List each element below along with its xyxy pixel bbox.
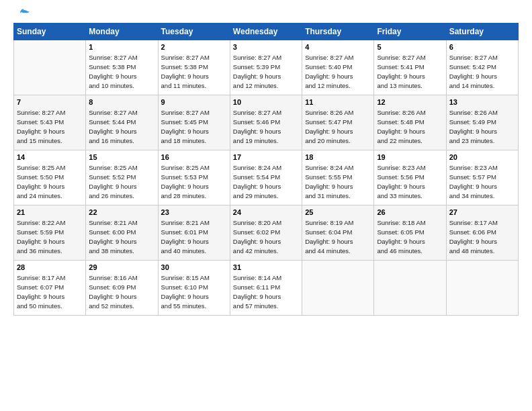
calendar-day-cell: 8Sunrise: 8:27 AMSunset: 5:44 PMDaylight… bbox=[86, 95, 158, 150]
calendar-day-cell bbox=[374, 261, 446, 316]
day-info: Sunrise: 8:27 AMSunset: 5:42 PMDaylight:… bbox=[449, 53, 515, 90]
day-number: 11 bbox=[305, 97, 371, 107]
day-number: 10 bbox=[233, 97, 299, 107]
calendar-day-cell bbox=[446, 261, 518, 316]
day-info: Sunrise: 8:27 AMSunset: 5:39 PMDaylight:… bbox=[233, 53, 299, 90]
calendar-week-row: 14Sunrise: 8:25 AMSunset: 5:50 PMDayligh… bbox=[14, 150, 519, 205]
day-info: Sunrise: 8:25 AMSunset: 5:53 PMDaylight:… bbox=[161, 163, 227, 200]
calendar-day-cell: 2Sunrise: 8:27 AMSunset: 5:38 PMDaylight… bbox=[158, 40, 230, 95]
calendar-day-cell: 22Sunrise: 8:21 AMSunset: 6:00 PMDayligh… bbox=[86, 205, 158, 261]
calendar-day-cell: 23Sunrise: 8:21 AMSunset: 6:01 PMDayligh… bbox=[158, 205, 230, 261]
calendar-header: SundayMondayTuesdayWednesdayThursdayFrid… bbox=[14, 24, 519, 40]
calendar-table: SundayMondayTuesdayWednesdayThursdayFrid… bbox=[13, 23, 519, 316]
day-info: Sunrise: 8:19 AMSunset: 6:04 PMDaylight:… bbox=[305, 218, 371, 255]
day-number: 28 bbox=[17, 263, 83, 273]
page: SundayMondayTuesdayWednesdayThursdayFrid… bbox=[0, 0, 532, 411]
calendar-day-cell: 25Sunrise: 8:19 AMSunset: 6:04 PMDayligh… bbox=[302, 205, 374, 261]
day-number: 12 bbox=[377, 97, 443, 107]
day-number: 19 bbox=[377, 152, 443, 163]
day-number: 3 bbox=[233, 42, 299, 52]
day-number: 2 bbox=[161, 42, 227, 52]
day-number: 7 bbox=[17, 97, 83, 107]
calendar-day-cell: 19Sunrise: 8:23 AMSunset: 5:56 PMDayligh… bbox=[374, 150, 446, 205]
calendar-day-cell: 18Sunrise: 8:24 AMSunset: 5:55 PMDayligh… bbox=[302, 150, 374, 205]
day-info: Sunrise: 8:22 AMSunset: 5:59 PMDaylight:… bbox=[17, 218, 83, 255]
day-info: Sunrise: 8:21 AMSunset: 6:00 PMDaylight:… bbox=[89, 218, 154, 255]
day-number: 9 bbox=[161, 97, 227, 107]
day-number: 21 bbox=[17, 208, 83, 218]
day-number: 20 bbox=[449, 152, 515, 163]
day-number: 25 bbox=[305, 208, 371, 218]
logo-bird-icon bbox=[15, 7, 30, 17]
calendar-day-cell bbox=[302, 261, 374, 316]
calendar-day-cell: 6Sunrise: 8:27 AMSunset: 5:42 PMDaylight… bbox=[446, 40, 518, 95]
calendar-day-cell: 27Sunrise: 8:17 AMSunset: 6:06 PMDayligh… bbox=[446, 205, 518, 261]
day-info: Sunrise: 8:24 AMSunset: 5:54 PMDaylight:… bbox=[233, 163, 299, 200]
calendar-day-cell: 31Sunrise: 8:14 AMSunset: 6:11 PMDayligh… bbox=[230, 261, 302, 316]
day-number: 18 bbox=[305, 152, 371, 163]
day-info: Sunrise: 8:21 AMSunset: 6:01 PMDaylight:… bbox=[161, 218, 227, 255]
day-number: 4 bbox=[305, 42, 371, 52]
weekday-header-sunday: Sunday bbox=[14, 24, 86, 40]
calendar-day-cell: 3Sunrise: 8:27 AMSunset: 5:39 PMDaylight… bbox=[230, 40, 302, 95]
day-number: 22 bbox=[89, 208, 154, 218]
weekday-header-wednesday: Wednesday bbox=[230, 24, 302, 40]
day-info: Sunrise: 8:16 AMSunset: 6:09 PMDaylight:… bbox=[89, 273, 154, 310]
day-info: Sunrise: 8:15 AMSunset: 6:10 PMDaylight:… bbox=[161, 273, 227, 310]
calendar-week-row: 21Sunrise: 8:22 AMSunset: 5:59 PMDayligh… bbox=[14, 205, 519, 261]
calendar-day-cell: 9Sunrise: 8:27 AMSunset: 5:45 PMDaylight… bbox=[158, 95, 230, 150]
calendar-day-cell: 29Sunrise: 8:16 AMSunset: 6:09 PMDayligh… bbox=[86, 261, 158, 316]
calendar-day-cell: 4Sunrise: 8:27 AMSunset: 5:40 PMDaylight… bbox=[302, 40, 374, 95]
day-info: Sunrise: 8:27 AMSunset: 5:40 PMDaylight:… bbox=[305, 53, 371, 90]
day-info: Sunrise: 8:27 AMSunset: 5:43 PMDaylight:… bbox=[17, 108, 83, 145]
calendar-week-row: 1Sunrise: 8:27 AMSunset: 5:38 PMDaylight… bbox=[14, 40, 519, 95]
day-number: 16 bbox=[161, 152, 227, 163]
day-info: Sunrise: 8:20 AMSunset: 6:02 PMDaylight:… bbox=[233, 218, 299, 255]
day-number: 15 bbox=[89, 152, 154, 163]
day-number: 14 bbox=[17, 152, 83, 163]
day-info: Sunrise: 8:17 AMSunset: 6:07 PMDaylight:… bbox=[17, 273, 83, 310]
calendar-day-cell: 26Sunrise: 8:18 AMSunset: 6:05 PMDayligh… bbox=[374, 205, 446, 261]
day-info: Sunrise: 8:18 AMSunset: 6:05 PMDaylight:… bbox=[377, 218, 443, 255]
day-info: Sunrise: 8:24 AMSunset: 5:55 PMDaylight:… bbox=[305, 163, 371, 200]
day-number: 26 bbox=[377, 208, 443, 218]
day-number: 31 bbox=[233, 263, 299, 273]
calendar-day-cell: 30Sunrise: 8:15 AMSunset: 6:10 PMDayligh… bbox=[158, 261, 230, 316]
header bbox=[13, 12, 519, 17]
day-number: 17 bbox=[233, 152, 299, 163]
day-info: Sunrise: 8:26 AMSunset: 5:47 PMDaylight:… bbox=[305, 108, 371, 145]
calendar-day-cell: 20Sunrise: 8:23 AMSunset: 5:57 PMDayligh… bbox=[446, 150, 518, 205]
day-number: 29 bbox=[89, 263, 154, 273]
day-info: Sunrise: 8:26 AMSunset: 5:48 PMDaylight:… bbox=[377, 108, 443, 145]
calendar-day-cell bbox=[14, 40, 86, 95]
weekday-header-monday: Monday bbox=[86, 24, 158, 40]
calendar-week-row: 28Sunrise: 8:17 AMSunset: 6:07 PMDayligh… bbox=[14, 261, 519, 316]
day-info: Sunrise: 8:23 AMSunset: 5:57 PMDaylight:… bbox=[449, 163, 515, 200]
calendar-day-cell: 10Sunrise: 8:27 AMSunset: 5:46 PMDayligh… bbox=[230, 95, 302, 150]
day-info: Sunrise: 8:27 AMSunset: 5:44 PMDaylight:… bbox=[89, 108, 154, 145]
day-info: Sunrise: 8:27 AMSunset: 5:46 PMDaylight:… bbox=[233, 108, 299, 145]
day-info: Sunrise: 8:25 AMSunset: 5:50 PMDaylight:… bbox=[17, 163, 83, 200]
day-number: 8 bbox=[89, 97, 154, 107]
calendar-day-cell: 28Sunrise: 8:17 AMSunset: 6:07 PMDayligh… bbox=[14, 261, 86, 316]
weekday-header-tuesday: Tuesday bbox=[158, 24, 230, 40]
weekday-header-saturday: Saturday bbox=[446, 24, 518, 40]
calendar-day-cell: 11Sunrise: 8:26 AMSunset: 5:47 PMDayligh… bbox=[302, 95, 374, 150]
weekday-header-thursday: Thursday bbox=[302, 24, 374, 40]
day-number: 6 bbox=[449, 42, 515, 52]
day-number: 27 bbox=[449, 208, 515, 218]
calendar-day-cell: 14Sunrise: 8:25 AMSunset: 5:50 PMDayligh… bbox=[14, 150, 86, 205]
weekday-header-friday: Friday bbox=[374, 24, 446, 40]
day-number: 24 bbox=[233, 208, 299, 218]
calendar-day-cell: 5Sunrise: 8:27 AMSunset: 5:41 PMDaylight… bbox=[374, 40, 446, 95]
day-info: Sunrise: 8:25 AMSunset: 5:52 PMDaylight:… bbox=[89, 163, 154, 200]
calendar-day-cell: 1Sunrise: 8:27 AMSunset: 5:38 PMDaylight… bbox=[86, 40, 158, 95]
calendar-day-cell: 17Sunrise: 8:24 AMSunset: 5:54 PMDayligh… bbox=[230, 150, 302, 205]
day-info: Sunrise: 8:27 AMSunset: 5:38 PMDaylight:… bbox=[161, 53, 227, 90]
calendar-week-row: 7Sunrise: 8:27 AMSunset: 5:43 PMDaylight… bbox=[14, 95, 519, 150]
calendar-day-cell: 13Sunrise: 8:26 AMSunset: 5:49 PMDayligh… bbox=[446, 95, 518, 150]
day-info: Sunrise: 8:14 AMSunset: 6:11 PMDaylight:… bbox=[233, 273, 299, 310]
calendar-body: 1Sunrise: 8:27 AMSunset: 5:38 PMDaylight… bbox=[14, 40, 519, 316]
calendar-day-cell: 12Sunrise: 8:26 AMSunset: 5:48 PMDayligh… bbox=[374, 95, 446, 150]
day-number: 1 bbox=[89, 42, 154, 52]
